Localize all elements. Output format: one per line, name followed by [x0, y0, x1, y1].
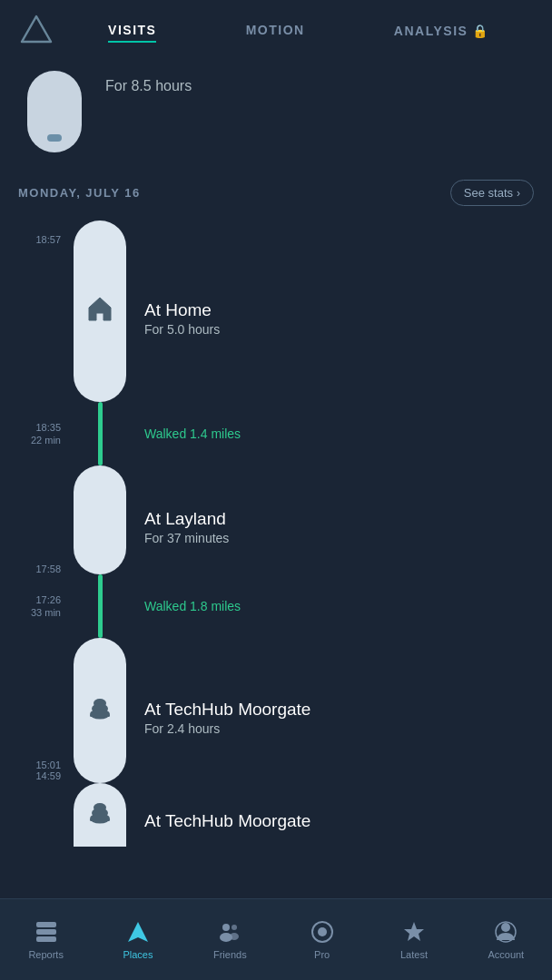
- nav-item-places[interactable]: Places: [106, 920, 170, 960]
- visit-duration: For 5.0 hours: [144, 322, 534, 337]
- walk-row: 18:35 22 min Walked 1.4 miles: [18, 402, 534, 466]
- visit-duration: For 37 minutes: [144, 531, 534, 545]
- account-icon: [494, 920, 518, 944]
- visit-info-partial: At TechHub Moorgate: [132, 783, 534, 847]
- nav-item-latest[interactable]: Latest: [382, 920, 446, 960]
- walk-time-label: 17:26: [35, 595, 61, 605]
- visit-name: At Layland: [144, 509, 534, 529]
- walk-time-label: 18:35: [35, 423, 61, 433]
- svg-marker-12: [128, 922, 148, 942]
- walk-duration-label: 33 min: [31, 607, 61, 618]
- pill-column: [68, 638, 132, 783]
- content-area: For 8.5 hours MONDAY, JULY 16 See stats …: [0, 62, 552, 897]
- walk-line-col: [68, 402, 132, 466]
- nav-label-account: Account: [488, 949, 524, 960]
- visit-name: At Home: [144, 300, 534, 320]
- header: VISITS MOTION ANALYSIS 🔒: [0, 0, 552, 62]
- lock-icon: 🔒: [472, 24, 489, 38]
- walk-duration-label: 22 min: [31, 435, 61, 446]
- visit-name: At TechHub Moorgate: [144, 700, 534, 720]
- visit-pill[interactable]: [74, 638, 126, 783]
- timeline: 18:57 At Home For 5.0 hours: [0, 220, 552, 847]
- nav-label-reports: Reports: [28, 949, 64, 960]
- visit-row: 15:01 14:59: [18, 638, 534, 783]
- visit-pill[interactable]: [74, 466, 126, 574]
- visit-info: At Layland For 37 minutes: [132, 466, 534, 574]
- svg-rect-4: [90, 714, 110, 717]
- svg-point-14: [232, 925, 237, 930]
- places-icon: [126, 920, 150, 944]
- svg-rect-10: [36, 929, 56, 935]
- nav-label-latest: Latest: [400, 949, 428, 960]
- walk-row: 17:26 33 min Walked 1.8 miles: [18, 574, 534, 638]
- visit-row: 18:57 At Home For 5.0 hours: [18, 220, 534, 402]
- pill-column: [68, 466, 132, 574]
- see-stats-button[interactable]: See stats ›: [450, 180, 534, 206]
- time-end-label: 17:58: [35, 564, 61, 574]
- nav-item-account[interactable]: Account: [474, 920, 537, 960]
- friends-icon: [218, 920, 242, 944]
- nav-label-pro: Pro: [314, 949, 330, 960]
- visit-row: 17:58 At Layland For 37 minutes: [18, 466, 534, 574]
- time-column: [18, 783, 68, 847]
- pro-icon: [310, 920, 334, 944]
- top-pill-dot: [47, 134, 62, 142]
- nav-label-places: Places: [123, 949, 153, 960]
- home-icon: [84, 293, 115, 330]
- top-pill-container: [18, 71, 91, 152]
- top-pill: [27, 71, 82, 152]
- visit-info: At Home For 5.0 hours: [132, 220, 534, 402]
- nav-item-friends[interactable]: Friends: [198, 920, 261, 960]
- walk-time-col: 17:26 33 min: [18, 595, 68, 618]
- tab-motion[interactable]: MOTION: [246, 19, 305, 43]
- time-end-label-1: 15:01: [35, 760, 61, 770]
- reports-icon: [34, 920, 58, 944]
- date-label: MONDAY, JULY 16: [18, 186, 141, 200]
- nav-item-reports[interactable]: Reports: [15, 920, 78, 960]
- building-icon-2: [85, 799, 114, 831]
- pill-column: [68, 783, 132, 847]
- time-start-label: 18:57: [35, 220, 61, 245]
- visit-info: At TechHub Moorgate For 2.4 hours: [132, 638, 534, 783]
- svg-marker-19: [404, 922, 424, 941]
- top-entry-info: For 8.5 hours: [91, 71, 192, 94]
- date-header: MONDAY, JULY 16 See stats ›: [0, 162, 552, 220]
- walk-time-col: 18:35 22 min: [18, 423, 68, 446]
- svg-marker-0: [22, 16, 51, 42]
- walk-info: Walked 1.4 miles: [132, 426, 534, 441]
- tab-visits[interactable]: VISITS: [108, 19, 156, 43]
- nav-label-friends: Friends: [213, 949, 247, 960]
- app-logo: [18, 13, 54, 49]
- time-end-label-2: 14:59: [35, 771, 61, 781]
- svg-point-13: [222, 924, 230, 931]
- top-entry-duration: For 8.5 hours: [105, 78, 192, 94]
- svg-rect-9: [36, 922, 56, 927]
- visit-name: At TechHub Moorgate: [144, 811, 534, 831]
- walk-line-col: [68, 574, 132, 638]
- walk-line: [98, 402, 103, 466]
- tab-analysis[interactable]: ANALYSIS 🔒: [394, 19, 489, 43]
- walk-info: Walked 1.8 miles: [132, 599, 534, 613]
- latest-icon: [402, 920, 426, 944]
- nav-item-pro[interactable]: Pro: [291, 920, 354, 960]
- top-partial-entry: For 8.5 hours: [0, 62, 552, 152]
- pill-column: [68, 220, 132, 402]
- walk-distance: Walked 1.8 miles: [144, 599, 534, 613]
- visit-duration: For 2.4 hours: [144, 721, 534, 736]
- walk-distance: Walked 1.4 miles: [144, 426, 534, 441]
- time-column: 18:57: [18, 220, 68, 402]
- bottom-nav: Reports Places Friends Pro Latest: [0, 898, 552, 980]
- building-icon: [85, 694, 114, 727]
- visit-row-partial: At TechHub Moorgate: [18, 783, 534, 847]
- svg-rect-11: [36, 936, 56, 942]
- svg-point-16: [230, 933, 239, 940]
- walk-line: [98, 574, 103, 638]
- chevron-right-icon: ›: [517, 187, 520, 200]
- time-column: 17:58: [18, 466, 68, 574]
- svg-point-20: [501, 923, 510, 932]
- svg-rect-8: [90, 818, 110, 821]
- visit-pill[interactable]: [74, 220, 126, 402]
- header-tabs: VISITS MOTION ANALYSIS 🔒: [64, 19, 534, 43]
- svg-point-18: [318, 927, 327, 936]
- time-column: 15:01 14:59: [18, 638, 68, 783]
